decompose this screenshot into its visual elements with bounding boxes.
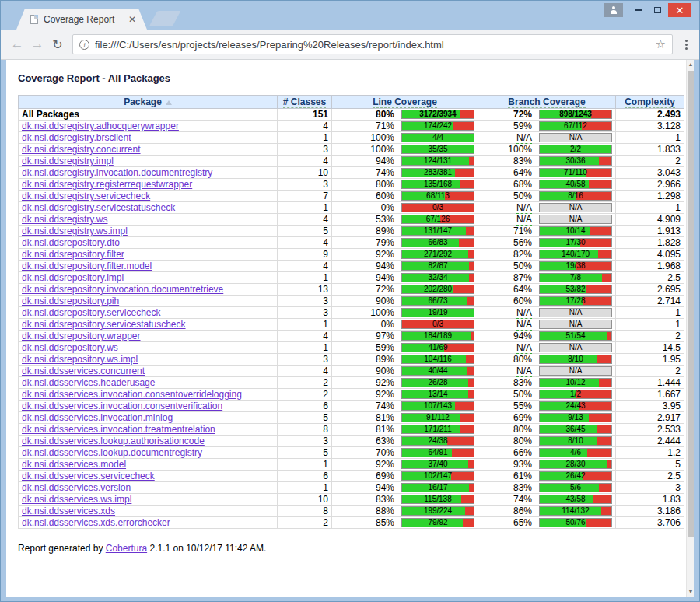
package-link[interactable]: dk.nsi.ddsregistry.invocation.documentre…	[22, 167, 212, 178]
branch-coverage-bar: 8/10	[539, 355, 612, 364]
package-link[interactable]: dk.nsi.ddsservices.servicecheck	[22, 471, 155, 481]
column-header-classes[interactable]: # Classes	[278, 96, 332, 109]
url-text[interactable]: file:///C:/Users/esn/projects/releases/P…	[95, 39, 656, 51]
page-info-icon[interactable]: i	[79, 40, 89, 50]
branch-coverage-bar: 24/43	[539, 401, 612, 411]
package-link[interactable]: dk.nsi.ddsrepository.servicestatuscheck	[22, 319, 186, 330]
branch-coverage-cell: 83%30/36	[478, 156, 616, 167]
package-link[interactable]: dk.nsi.ddsservices.xds.errorchecker	[22, 517, 170, 528]
line-coverage-bar: 4/4	[401, 133, 474, 142]
branch-coverage-ratio: 50/76	[540, 518, 611, 527]
package-cell: dk.nsi.ddsregistry.servicecheck	[19, 191, 278, 202]
title-bar: Coverage Report ✕ ✕	[1, 1, 699, 30]
package-link[interactable]: dk.nsi.ddsrepository.ws.impl	[22, 354, 138, 365]
package-link[interactable]: dk.nsi.ddsregistry.ws	[22, 214, 107, 225]
complexity-value: 4.909	[616, 214, 684, 226]
browser-tab[interactable]: Coverage Report ✕	[16, 9, 147, 30]
forward-button-icon[interactable]: →	[27, 37, 47, 52]
line-coverage-cell: 0%0/3	[332, 319, 478, 331]
branch-percent: 59%	[481, 121, 539, 131]
package-link[interactable]: dk.nsi.ddsrepository.servicecheck	[22, 307, 161, 318]
vertical-scrollbar[interactable]: ▲ ▼	[686, 60, 694, 597]
branch-coverage-cell: N/AN/A	[478, 307, 616, 319]
scrollbar-thumb[interactable]	[688, 71, 694, 537]
classes-count: 10	[278, 167, 332, 179]
line-percent: 71%	[335, 121, 401, 131]
branch-coverage-ratio: 8/16	[540, 191, 611, 201]
package-link[interactable]: dk.nsi.ddsservices.xds	[22, 506, 115, 516]
bookmark-star-icon[interactable]: ☆	[656, 37, 666, 51]
address-bar[interactable]: i file:///C:/Users/esn/projects/releases…	[72, 34, 673, 54]
branch-percent: 74%	[481, 494, 539, 505]
minimize-button[interactable]	[629, 3, 648, 17]
column-header-complexity[interactable]: Complexity	[616, 96, 684, 109]
package-link[interactable]: dk.nsi.ddsservices.invocation.consentove…	[22, 389, 242, 400]
package-link[interactable]: dk.nsi.ddsregistry.brsclient	[22, 132, 131, 143]
package-link[interactable]: dk.nsi.ddsrepository.filter.model	[22, 261, 152, 271]
package-link[interactable]: dk.nsi.ddsrepository.wrapper	[22, 331, 141, 341]
cobertura-link[interactable]: Cobertura	[106, 543, 147, 554]
line-coverage-cell: 83%115/138	[332, 494, 478, 506]
browser-menu-icon[interactable]	[679, 38, 693, 51]
package-link[interactable]: dk.nsi.ddsservices.ws.impl	[22, 494, 131, 505]
package-link[interactable]: dk.nsi.ddsrepository.ws	[22, 342, 118, 353]
profile-button[interactable]	[604, 3, 623, 17]
line-percent: 94%	[335, 156, 401, 166]
package-link[interactable]: dk.nsi.ddsrepository.pih	[22, 296, 119, 306]
package-link[interactable]: dk.nsi.ddsservices.headerusage	[22, 377, 155, 388]
package-cell: dk.nsi.ddsservices.servicecheck	[19, 471, 278, 482]
close-button[interactable]: ✕	[668, 3, 691, 17]
package-link[interactable]: dk.nsi.ddsservices.lookup.authorisationc…	[22, 436, 205, 446]
complexity-value: 3.043	[616, 167, 684, 179]
branch-percent: 72%	[481, 109, 539, 120]
package-link[interactable]: dk.nsi.ddsregistry.adhocquerywrapper	[22, 121, 179, 131]
package-link[interactable]: dk.nsi.ddsrepository.impl	[22, 272, 124, 283]
package-link[interactable]: dk.nsi.ddsrepository.invocation.document…	[22, 284, 223, 295]
table-row: dk.nsi.ddsservices.xds888%199/22486%114/…	[19, 506, 684, 517]
back-button-icon[interactable]: ←	[7, 37, 27, 52]
package-link[interactable]: dk.nsi.ddsregistry.registerrequestwrappe…	[22, 179, 192, 190]
line-percent: 0%	[335, 202, 401, 213]
new-tab-button[interactable]	[149, 11, 181, 26]
line-coverage-bar: 0/3	[401, 203, 474, 212]
package-link[interactable]: dk.nsi.ddsservices.invocation.treatmentr…	[22, 424, 215, 435]
package-cell: dk.nsi.ddsservices.lookup.authorisationc…	[19, 436, 278, 447]
column-header-line-coverage[interactable]: Line Coverage	[332, 96, 478, 109]
scroll-down-icon[interactable]: ▼	[687, 587, 694, 597]
package-link[interactable]: dk.nsi.ddsservices.model	[22, 459, 126, 470]
package-link[interactable]: dk.nsi.ddsservices.invocation.minlog	[22, 412, 173, 423]
classes-count: 151	[278, 109, 332, 121]
package-link[interactable]: dk.nsi.ddsregistry.impl	[22, 156, 114, 166]
line-percent: 74%	[335, 401, 401, 411]
branch-percent: 83%	[481, 377, 539, 388]
package-link[interactable]: dk.nsi.ddsregistry.concurrent	[22, 144, 141, 155]
branch-coverage-ratio: N/A	[540, 203, 611, 212]
scroll-up-icon[interactable]: ▲	[687, 60, 694, 69]
line-coverage-bar: 24/38	[401, 436, 474, 446]
package-link[interactable]: dk.nsi.ddsrepository.filter	[22, 249, 124, 260]
column-header-branch-coverage[interactable]: Branch Coverage	[478, 96, 616, 109]
line-coverage-cell: 59%41/69	[332, 342, 478, 354]
column-header-package[interactable]: Package	[19, 96, 278, 109]
line-percent: 53%	[335, 214, 401, 225]
package-link[interactable]: dk.nsi.ddsservices.version	[22, 482, 131, 493]
browser-window: Coverage Report ✕ ✕ ← → ↻ i file:///C:/U…	[0, 0, 700, 602]
classes-count: 6	[278, 401, 332, 412]
branch-coverage-ratio: 28/30	[540, 460, 611, 469]
package-link[interactable]: dk.nsi.ddsservices.concurrent	[22, 366, 145, 376]
package-link[interactable]: dk.nsi.ddsrepository.dto	[22, 237, 120, 248]
line-coverage-cell: 100%4/4	[332, 132, 478, 144]
branch-percent: 83%	[481, 156, 539, 166]
maximize-button[interactable]	[648, 3, 667, 17]
package-link[interactable]: dk.nsi.ddsservices.invocation.consentver…	[22, 401, 222, 411]
line-percent: 92%	[335, 389, 401, 400]
line-percent: 74%	[335, 167, 401, 178]
package-link[interactable]: dk.nsi.ddsregistry.servicecheck	[22, 191, 150, 201]
package-link[interactable]: dk.nsi.ddsregistry.servicestatuscheck	[22, 202, 175, 213]
package-cell: All Packages	[19, 109, 278, 121]
package-link[interactable]: dk.nsi.ddsservices.lookup.documentregist…	[22, 447, 202, 458]
tab-close-icon[interactable]: ✕	[128, 15, 136, 24]
sort-ascending-icon	[166, 100, 172, 105]
package-link[interactable]: dk.nsi.ddsregistry.ws.impl	[22, 226, 128, 236]
reload-button-icon[interactable]: ↻	[47, 37, 68, 52]
